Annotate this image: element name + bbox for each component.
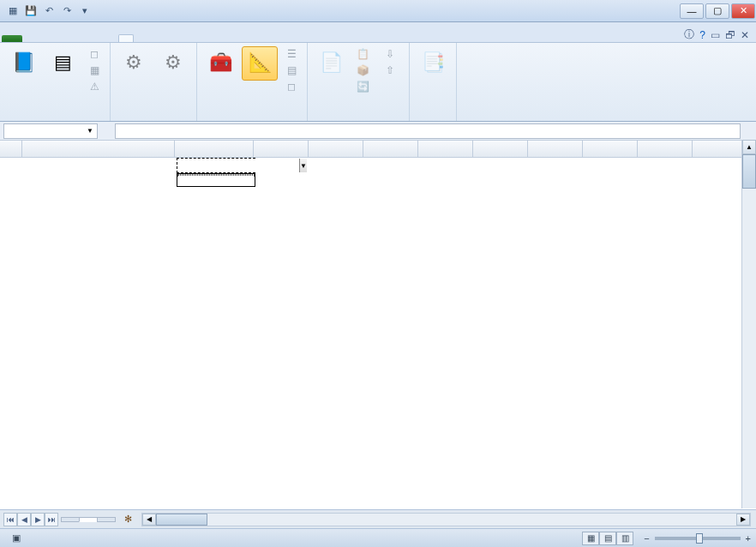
expansion-packs-button[interactable]: 📦 xyxy=(352,63,376,78)
minimize-button[interactable]: — xyxy=(680,3,704,19)
select-all-corner[interactable] xyxy=(0,141,22,158)
source-button[interactable]: 📄 xyxy=(313,46,349,81)
sheet-tab-1[interactable] xyxy=(61,517,80,522)
expand-icon: 📦 xyxy=(356,63,369,77)
source-icon: 📄 xyxy=(317,49,345,76)
combobox-input[interactable] xyxy=(177,159,299,172)
close-button[interactable]: ✕ xyxy=(731,3,755,19)
properties-icon: ☰ xyxy=(285,47,298,61)
col-header-c[interactable] xyxy=(254,141,309,158)
scroll-up-icon[interactable]: ▲ xyxy=(742,140,756,154)
import-button[interactable]: ⇩ xyxy=(380,46,404,62)
sheet-nav-next-icon[interactable]: ▶ xyxy=(31,513,45,526)
map-properties-button[interactable]: 📋 xyxy=(352,46,376,62)
name-box[interactable]: ▼ xyxy=(3,123,98,139)
scroll-left-icon[interactable]: ◀ xyxy=(142,514,156,526)
design-mode-button[interactable]: 📐 xyxy=(242,46,278,81)
file-tab[interactable] xyxy=(2,35,22,42)
macro-record-icon[interactable]: ▣ xyxy=(12,532,21,544)
col-header-j[interactable] xyxy=(638,141,693,158)
tab-review[interactable] xyxy=(91,35,105,42)
sheet-nav-prev-icon[interactable]: ◀ xyxy=(17,513,31,526)
document-panel-button[interactable]: 📑 xyxy=(415,46,451,81)
tab-view[interactable] xyxy=(105,35,118,42)
sheet-nav-last-icon[interactable]: ⏭ xyxy=(45,513,58,526)
map-props-icon: 📋 xyxy=(356,47,369,61)
combobox-dropdown xyxy=(177,173,255,187)
scroll-right-icon[interactable]: ▶ xyxy=(736,514,750,526)
col-header-i[interactable] xyxy=(583,141,638,158)
group-addins: ⚙ ⚙ xyxy=(111,43,197,121)
hscroll-thumb[interactable] xyxy=(156,514,207,526)
view-code-button[interactable]: ▤ xyxy=(281,63,302,78)
page-layout-view-icon[interactable]: ▤ xyxy=(599,532,616,545)
vb-icon: 📘 xyxy=(9,49,37,76)
scroll-thumb[interactable] xyxy=(742,154,756,189)
col-header-f[interactable] xyxy=(418,141,473,158)
tab-layout[interactable] xyxy=(50,35,63,42)
col-header-k[interactable] xyxy=(693,141,747,158)
col-header-d[interactable] xyxy=(309,141,363,158)
addins-button[interactable]: ⚙ xyxy=(116,46,152,81)
tab-foxit[interactable] xyxy=(147,35,161,42)
tab-abbyy[interactable] xyxy=(161,35,175,42)
col-header-a[interactable] xyxy=(22,141,175,158)
col-header-g[interactable] xyxy=(473,141,528,158)
tab-insert[interactable] xyxy=(36,35,50,42)
macros-button[interactable]: ▤ xyxy=(45,46,81,81)
visual-basic-button[interactable]: 📘 xyxy=(5,46,41,81)
com-addins-button[interactable]: ⚙ xyxy=(155,46,191,81)
sheet-nav-first-icon[interactable]: ⏮ xyxy=(3,513,17,526)
tab-data[interactable] xyxy=(77,35,91,42)
redo-icon[interactable]: ↷ xyxy=(59,3,75,19)
col-header-b[interactable] xyxy=(175,141,254,158)
run-dialog-button[interactable]: ◻ xyxy=(281,79,302,94)
undo-icon[interactable]: ↶ xyxy=(41,3,57,19)
close-doc-icon[interactable]: ✕ xyxy=(741,29,749,41)
zoom-in-icon[interactable]: + xyxy=(746,533,751,544)
record-macro-button[interactable]: ◻ xyxy=(84,46,105,62)
zoom-knob[interactable] xyxy=(696,533,703,544)
macro-security-button[interactable]: ⚠ xyxy=(84,79,105,94)
horizontal-scrollbar[interactable]: ◀ ▶ xyxy=(141,513,751,526)
tab-addins[interactable] xyxy=(134,35,147,42)
combobox-arrow[interactable] xyxy=(299,159,307,172)
vertical-scrollbar[interactable]: ▲ xyxy=(741,140,756,508)
zoom-slider[interactable] xyxy=(655,537,741,540)
col-header-e[interactable] xyxy=(363,141,418,158)
formula-input[interactable] xyxy=(115,123,741,139)
quick-access-toolbar: ▦ 💾 ↶ ↷ ▾ xyxy=(0,3,93,19)
minimize-ribbon-icon[interactable]: ▭ xyxy=(711,29,720,41)
help-area: ⓘ ? ▭ 🗗 ✕ xyxy=(684,27,756,42)
export-icon: ⇧ xyxy=(383,63,397,77)
normal-view-icon[interactable]: ▦ xyxy=(582,532,599,545)
sheet-tab-2[interactable] xyxy=(79,517,98,522)
dropdown-item[interactable] xyxy=(177,184,255,186)
insert-control-button[interactable]: 🧰 xyxy=(202,46,238,81)
tab-developer[interactable] xyxy=(118,34,134,42)
maximize-button[interactable]: ▢ xyxy=(705,3,729,19)
restore-window-icon[interactable]: 🗗 xyxy=(725,29,735,41)
col-header-h[interactable] xyxy=(528,141,583,158)
help-icon[interactable]: ? xyxy=(699,29,705,41)
options-icon[interactable]: ⓘ xyxy=(684,27,694,42)
view-buttons: ▦ ▤ ▥ xyxy=(582,532,633,545)
tab-home[interactable] xyxy=(22,35,36,42)
column-headers xyxy=(0,141,756,158)
tab-formulas[interactable] xyxy=(63,35,77,42)
qat-more-icon[interactable]: ▾ xyxy=(77,3,93,19)
macros-icon: ▤ xyxy=(49,49,76,76)
sheet-tab-3[interactable] xyxy=(97,517,116,522)
refresh-data-button[interactable]: 🔄 xyxy=(352,79,376,94)
insert-sheet-icon[interactable]: ✻ xyxy=(119,514,136,525)
combobox-control[interactable] xyxy=(177,158,255,173)
page-break-view-icon[interactable]: ▥ xyxy=(616,532,633,545)
insert-icon: 🧰 xyxy=(207,49,234,76)
export-button[interactable]: ⇧ xyxy=(380,63,404,78)
properties-button[interactable]: ☰ xyxy=(281,46,302,62)
save-icon[interactable]: 💾 xyxy=(23,3,39,19)
zoom-out-icon[interactable]: − xyxy=(644,533,649,544)
spreadsheet-grid xyxy=(0,141,756,509)
relative-refs-button[interactable]: ▦ xyxy=(84,63,105,78)
sheet-tabs-bar: ⏮ ◀ ▶ ⏭ ✻ ◀ ▶ xyxy=(0,509,756,528)
